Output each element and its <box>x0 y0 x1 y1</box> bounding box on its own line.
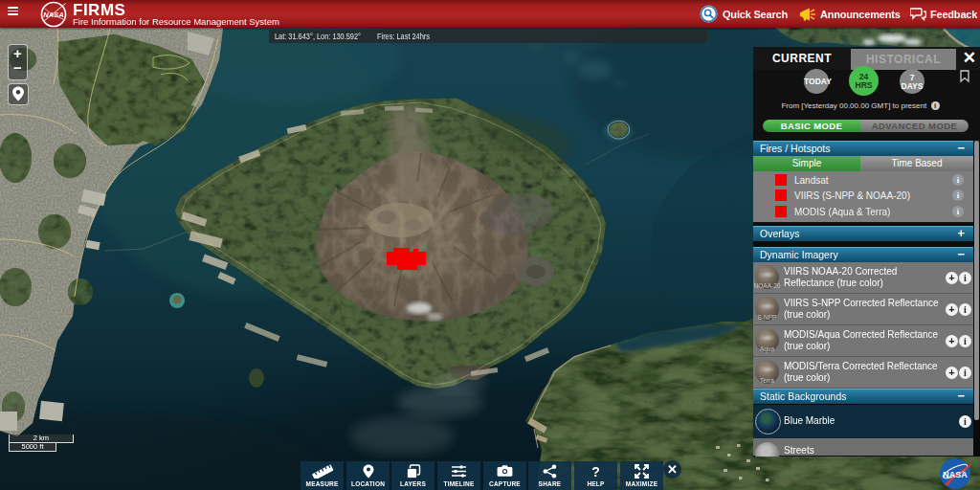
svg-text:NASA: NASA <box>943 470 968 479</box>
svg-text:NASA: NASA <box>43 11 63 19</box>
